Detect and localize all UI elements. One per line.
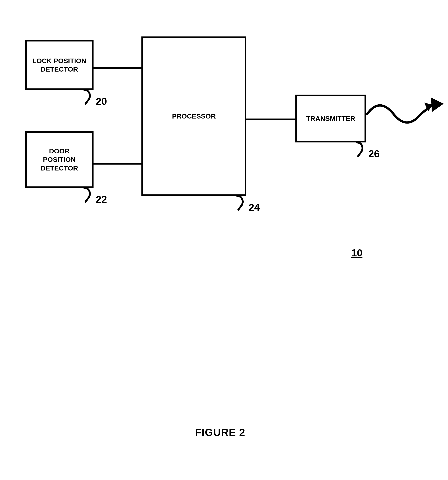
ref-26: 26 — [369, 148, 380, 160]
leader-20-icon — [76, 89, 92, 105]
transmitter-box: TRANSMITTER — [295, 95, 366, 142]
leader-22-icon — [76, 187, 92, 203]
transmit-arrow-icon — [366, 93, 444, 128]
figure-title: FIGURE 2 — [195, 426, 245, 438]
processor-label: PROCESSOR — [172, 112, 216, 120]
transmitter-label: TRANSMITTER — [306, 114, 355, 123]
ref-10: 10 — [351, 247, 362, 259]
ref-20: 20 — [96, 96, 107, 107]
leader-24-icon — [229, 195, 245, 211]
connector-lock-to-processor — [94, 67, 141, 69]
lock-position-detector-label: LOCK POSITION DETECTOR — [32, 56, 87, 74]
door-position-detector-box: DOOR POSITION DETECTOR — [25, 131, 94, 188]
ref-22: 22 — [96, 194, 107, 205]
leader-26-icon — [349, 141, 365, 157]
door-position-detector-label: DOOR POSITION DETECTOR — [41, 147, 78, 173]
diagram-canvas: LOCK POSITION DETECTOR DOOR POSITION DET… — [0, 0, 448, 480]
processor-box: PROCESSOR — [141, 36, 246, 196]
connector-processor-to-transmitter — [246, 119, 295, 120]
connector-door-to-processor — [94, 163, 141, 165]
lock-position-detector-box: LOCK POSITION DETECTOR — [25, 40, 94, 90]
svg-marker-1 — [431, 98, 444, 112]
ref-24: 24 — [249, 202, 260, 213]
